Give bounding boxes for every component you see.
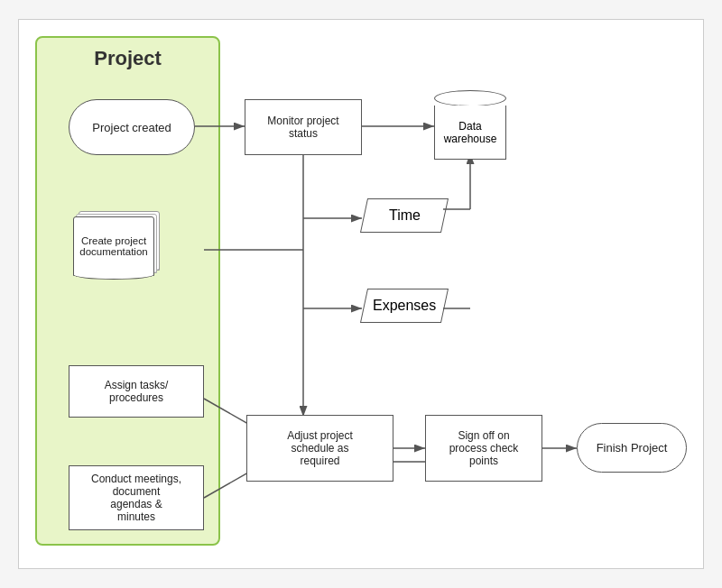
node-assign-tasks: Assign tasks/procedures (69, 365, 204, 418)
node-time: Time (364, 198, 445, 233)
node-expenses: Expenses (364, 289, 445, 323)
node-adjust-schedule: Adjust projectschedule asrequired (246, 415, 393, 482)
project-label: Project (94, 47, 162, 70)
node-project-created: Project created (69, 99, 195, 155)
doc-front: Create projectdocumentation (73, 216, 154, 276)
cylinder-body: Data warehouse (434, 106, 506, 160)
node-sign-off: Sign off onprocess checkpoints (425, 415, 542, 482)
node-monitor-project-status: Monitor projectstatus (245, 99, 362, 155)
node-data-warehouse: Data warehouse (434, 90, 506, 160)
cylinder-top (434, 90, 506, 106)
node-conduct-meetings: Conduct meetings,documentagendas &minute… (69, 465, 204, 530)
node-finish-project: Finish Project (577, 423, 687, 473)
diagram-container: Project (18, 19, 704, 569)
